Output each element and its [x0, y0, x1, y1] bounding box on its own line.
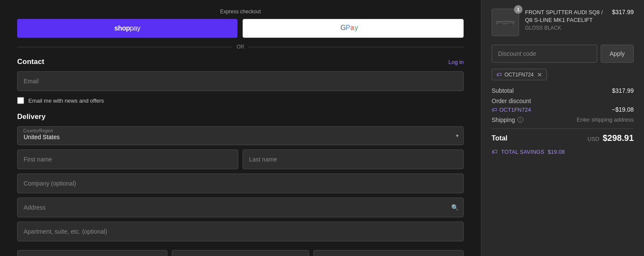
- address-field[interactable]: [17, 198, 464, 217]
- svg-text:a: a: [350, 24, 354, 31]
- delivery-title: Delivery: [17, 113, 46, 121]
- product-variant: GLOSS BLACK: [525, 25, 606, 31]
- subtotal-row: Subtotal $317.99: [492, 87, 634, 94]
- company-field[interactable]: [17, 174, 464, 193]
- product-name: FRONT SPLITTER AUDI SQ8 / Q8 S-LINE MK1 …: [525, 9, 606, 24]
- product-quantity-badge: 1: [514, 5, 522, 14]
- express-checkout-label: Express checkout: [17, 9, 464, 15]
- product-image: [492, 9, 519, 36]
- subtotal-value: $317.99: [612, 87, 634, 94]
- total-row: Total USD $298.91: [492, 133, 634, 143]
- product-image-wrapper: 1: [492, 9, 519, 36]
- delivery-section: Delivery Country/Region United States ▾ …: [17, 113, 464, 256]
- shoppay-logo: shoppay: [114, 24, 140, 32]
- discount-coupon-icon: 🏷: [492, 107, 497, 113]
- name-row: [17, 149, 464, 169]
- newsletter-label: Email me with news and offers: [28, 98, 104, 104]
- right-panel: 1 FRONT SPLITTER AUDI SQ8 / Q8 S-LINE MK…: [481, 0, 644, 256]
- coupon-remove-button[interactable]: ✕: [537, 72, 542, 78]
- discount-code-applied-row: 🏷 OCT1FN724: [492, 107, 531, 113]
- product-info: FRONT SPLITTER AUDI SQ8 / Q8 S-LINE MK1 …: [525, 9, 606, 31]
- savings-value: $19.08: [548, 149, 565, 155]
- svg-text:P: P: [346, 24, 350, 31]
- shipping-label: Shipping i: [492, 116, 523, 123]
- city-state-zip-row: State California New York Texas Florida …: [17, 250, 464, 256]
- country-select[interactable]: United States: [17, 126, 464, 145]
- product-price: $317.99: [612, 9, 634, 15]
- savings-row: 🏷 TOTAL SAVINGS $19.08: [492, 148, 634, 155]
- city-field[interactable]: [17, 250, 167, 256]
- order-discount-header: Order discount: [492, 98, 634, 104]
- discount-code-input[interactable]: [492, 45, 597, 63]
- order-discount-label: Order discount: [492, 98, 531, 104]
- total-label: Total: [492, 134, 507, 142]
- discount-code-applied: OCT1FN724: [499, 107, 531, 113]
- total-value-group: USD $298.91: [587, 133, 634, 143]
- left-panel: Express checkout shoppay G P a y OR Cont…: [0, 0, 481, 256]
- address-search-icon: 🔍: [451, 204, 459, 211]
- svg-point-7: [509, 23, 512, 25]
- zip-field[interactable]: [313, 250, 464, 256]
- gpay-button[interactable]: G P a y: [243, 19, 464, 38]
- savings-icon: 🏷: [492, 148, 498, 155]
- email-field[interactable]: [17, 71, 464, 91]
- total-currency: USD: [587, 136, 599, 142]
- savings-label: TOTAL SAVINGS: [501, 149, 544, 155]
- coupon-code: OCT1FN724: [504, 72, 534, 78]
- newsletter-checkbox[interactable]: [17, 97, 24, 104]
- product-row: 1 FRONT SPLITTER AUDI SQ8 / Q8 S-LINE MK…: [492, 9, 634, 36]
- apply-button[interactable]: Apply: [601, 45, 634, 63]
- discount-code-row: Apply: [492, 45, 634, 63]
- country-label: Country/Region: [23, 128, 53, 133]
- newsletter-row: Email me with news and offers: [17, 97, 464, 104]
- delivery-section-header: Delivery: [17, 113, 464, 121]
- last-name-field[interactable]: [243, 149, 464, 169]
- svg-point-6: [498, 23, 501, 25]
- apartment-field[interactable]: [17, 222, 464, 241]
- order-discount-section: Order discount 🏷 OCT1FN724 −$19.08: [492, 98, 634, 113]
- order-discount-value: −$19.08: [612, 106, 634, 113]
- shipping-row: Shipping i Enter shipping address: [492, 116, 634, 123]
- shipping-value: Enter shipping address: [577, 116, 634, 123]
- shipping-info-icon[interactable]: i: [517, 117, 523, 123]
- svg-text:G: G: [340, 24, 346, 31]
- gpay-logo: G P a y: [340, 22, 366, 34]
- subtotal-label: Subtotal: [492, 87, 513, 94]
- total-value: $298.91: [603, 133, 634, 143]
- state-select[interactable]: State California New York Texas Florida: [172, 250, 309, 256]
- coupon-tag: 🏷 OCT1FN724 ✕: [492, 69, 547, 80]
- or-divider: OR: [17, 44, 464, 50]
- shoppay-button[interactable]: shoppay: [17, 19, 237, 38]
- contact-section-header: Contact Log in: [17, 58, 464, 66]
- log-in-link[interactable]: Log in: [449, 59, 464, 65]
- country-select-wrapper: Country/Region United States ▾: [17, 126, 464, 145]
- address-wrapper: 🔍: [17, 198, 464, 217]
- summary-divider: [492, 128, 634, 129]
- coupon-tag-icon: 🏷: [496, 71, 502, 78]
- first-name-field[interactable]: [17, 149, 238, 169]
- state-select-wrapper: State California New York Texas Florida …: [172, 250, 309, 256]
- contact-title: Contact: [17, 58, 44, 66]
- express-buttons-container: shoppay G P a y: [17, 19, 464, 38]
- svg-text:y: y: [355, 24, 358, 31]
